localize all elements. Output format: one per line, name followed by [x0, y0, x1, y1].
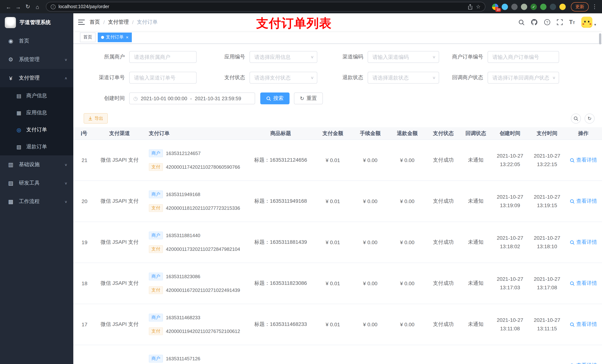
- channel-code-select[interactable]: ∨: [368, 51, 439, 63]
- sidebar-item-pay-order[interactable]: ◎ 支付订单: [0, 121, 73, 138]
- pay-status-select[interactable]: ∨: [249, 72, 317, 83]
- chevron-down-icon: ∨: [64, 181, 67, 185]
- toggle-search-icon[interactable]: [571, 113, 581, 123]
- cell-refund: ¥ 0.00: [389, 198, 426, 204]
- extension-icon-2[interactable]: [502, 3, 508, 10]
- channel-order-no-input[interactable]: [129, 72, 197, 83]
- cell-status: 支付成功: [426, 280, 461, 287]
- view-detail-link[interactable]: 查看详情: [565, 239, 602, 246]
- logo-image: [5, 17, 16, 28]
- channel-code-input[interactable]: [368, 51, 439, 63]
- extension-icon-8[interactable]: [559, 3, 566, 10]
- extension-icon-5[interactable]: ✓: [531, 3, 537, 10]
- filter-row-1: 所属商户 应用编号 ∨ 渠道编码 ∨ 商户订单编号: [73, 51, 602, 63]
- create-time-range-picker[interactable]: ◷ 2021-10-01 00:00:00 - 2021-10-31 23:59…: [129, 93, 255, 104]
- filter-label: 商户订单编号: [439, 54, 488, 60]
- header-order: 支付订单: [144, 130, 247, 137]
- table-toolbar: 导出 ↻: [73, 113, 602, 124]
- table-row[interactable]: 17 微信 JSAPI 支付 商户 1635311468233 支付 42000…: [73, 304, 602, 345]
- table-row[interactable]: 19 微信 JSAPI 支付 商户 1635311881440 支付 42000…: [73, 222, 602, 263]
- site-info-icon[interactable]: i: [51, 4, 55, 9]
- table-row[interactable]: 20 微信 JSAPI 支付 商户 1635311949168 支付 42000…: [73, 181, 602, 222]
- sidebar-item-system[interactable]: ⚙ 系统管理 ∨: [0, 50, 73, 69]
- cell-amount: ¥ 0.01: [314, 157, 352, 163]
- tab-home[interactable]: 首页: [80, 32, 96, 42]
- breadcrumb-item[interactable]: 首页: [90, 19, 100, 26]
- merchant-input[interactable]: [129, 51, 197, 63]
- forward-icon[interactable]: →: [13, 2, 23, 11]
- merchant-order-no-input[interactable]: [488, 51, 559, 63]
- merchant-select[interactable]: [129, 51, 197, 63]
- chevron-down-icon: ∨: [64, 199, 67, 204]
- refund-status-select[interactable]: ∨: [368, 72, 439, 83]
- search-button[interactable]: 搜索: [260, 93, 290, 104]
- notify-status-input[interactable]: [488, 72, 559, 83]
- filter-label: 所属商户: [73, 54, 129, 60]
- cell-title: 标题：1635311881439: [247, 239, 314, 246]
- channel-order-no-field[interactable]: [129, 72, 197, 83]
- sidebar: 芋道管理系统 ◉ 首页 ⚙ 系统管理 ∨ ¥ 支付管理 ∧ ▤ 商户信息: [0, 13, 73, 364]
- view-detail-link[interactable]: 查看详情: [565, 198, 602, 205]
- sidebar-item-workflow[interactable]: ▩ 工作流程 ∨: [0, 192, 73, 211]
- search-icon[interactable]: [518, 19, 525, 25]
- sidebar-item-merchant-info[interactable]: ▤ 商户信息: [0, 87, 73, 104]
- page-title-annotation: 支付订单列表: [256, 15, 332, 32]
- font-size-icon[interactable]: TT: [569, 19, 575, 25]
- sidebar-item-devtools[interactable]: ▨ 研发工具 ∨: [0, 174, 73, 192]
- view-detail-link[interactable]: 查看详情: [565, 157, 602, 164]
- sidebar-item-app-info[interactable]: ▦ 应用信息: [0, 104, 73, 121]
- view-detail-link[interactable]: 查看详情: [565, 362, 602, 364]
- back-icon[interactable]: ←: [4, 2, 13, 11]
- cell-id: 17: [73, 322, 96, 327]
- extension-icon-3[interactable]: [511, 3, 517, 10]
- reload-icon[interactable]: ↻: [23, 2, 32, 11]
- help-icon[interactable]: ?: [544, 19, 550, 26]
- cell-title: 标题：1635312124656: [247, 157, 314, 164]
- table-row[interactable]: 21 微信 JSAPI 支付 商户 1635312124657 支付 42000…: [73, 140, 602, 181]
- merchant-order-no-field[interactable]: [488, 51, 559, 63]
- reset-button[interactable]: ↻ 重置: [294, 93, 323, 104]
- notify-status-select[interactable]: ∨: [488, 72, 559, 83]
- sidebar-item-infra[interactable]: ▥ 基础设施 ∨: [0, 155, 73, 174]
- breadcrumb-item[interactable]: 支付管理: [108, 19, 129, 26]
- view-detail-link[interactable]: 查看详情: [565, 280, 602, 287]
- merchant-order-no: 1635311949168: [166, 192, 200, 197]
- app-select[interactable]: ∨: [249, 51, 317, 63]
- extension-icon-1[interactable]: 10: [492, 3, 498, 10]
- filter-row-2: 渠道订单号 支付状态 ∨ 退款状态 ∨ 回调商户状态: [73, 72, 602, 83]
- table-row[interactable]: 18 微信 JSAPI 支付 商户 1635311823086 支付 42000…: [73, 263, 602, 304]
- view-detail-link[interactable]: 查看详情: [565, 321, 602, 328]
- share-icon[interactable]: [468, 4, 473, 10]
- navbar: 首页 / 支付管理 / 支付订单 支付订单列表 ?: [73, 13, 602, 31]
- extension-icon-4[interactable]: [521, 3, 527, 10]
- bookmark-star-icon[interactable]: ☆: [476, 4, 481, 10]
- merchant-tag: 商户: [149, 314, 163, 322]
- avatar[interactable]: [581, 17, 592, 28]
- address-bar[interactable]: i localhost:1024/pay/order ☆: [46, 2, 485, 11]
- browser-update-button[interactable]: 更新: [571, 2, 589, 11]
- home-icon[interactable]: ⌂: [32, 2, 42, 11]
- close-icon[interactable]: ×: [126, 35, 129, 40]
- extension-icon-7[interactable]: [550, 3, 556, 10]
- scrollbar-thumb[interactable]: [599, 33, 601, 44]
- fullscreen-icon[interactable]: [557, 19, 563, 25]
- refund-status-input[interactable]: [368, 72, 439, 83]
- app-input[interactable]: [249, 51, 317, 63]
- sidebar-item-payment[interactable]: ¥ 支付管理 ∧: [0, 69, 73, 87]
- sidebar-item-refund-order[interactable]: ▧ 退款订单: [0, 138, 73, 155]
- hamburger-icon[interactable]: [73, 13, 90, 31]
- table-row[interactable]: 商户 1635311457126 支付 查看详情: [73, 345, 602, 364]
- pay-status-input[interactable]: [249, 72, 317, 83]
- refresh-table-icon[interactable]: ↻: [585, 113, 595, 123]
- sidebar-item-home[interactable]: ◉ 首页: [0, 32, 73, 50]
- cell-fee: ¥ 0.00: [352, 322, 389, 327]
- cell-notify: 未通知: [461, 321, 491, 328]
- url-text: localhost:1024/pay/order: [58, 4, 109, 9]
- export-button[interactable]: 导出: [84, 113, 108, 124]
- user-menu[interactable]: ▾: [581, 17, 596, 28]
- extension-icon-6[interactable]: [540, 3, 547, 10]
- merchant-tag: 商户: [149, 273, 163, 281]
- browser-menu-icon[interactable]: ⋮: [591, 3, 598, 10]
- tab-pay-order[interactable]: 支付订单 ×: [98, 32, 132, 42]
- github-icon[interactable]: [531, 19, 538, 26]
